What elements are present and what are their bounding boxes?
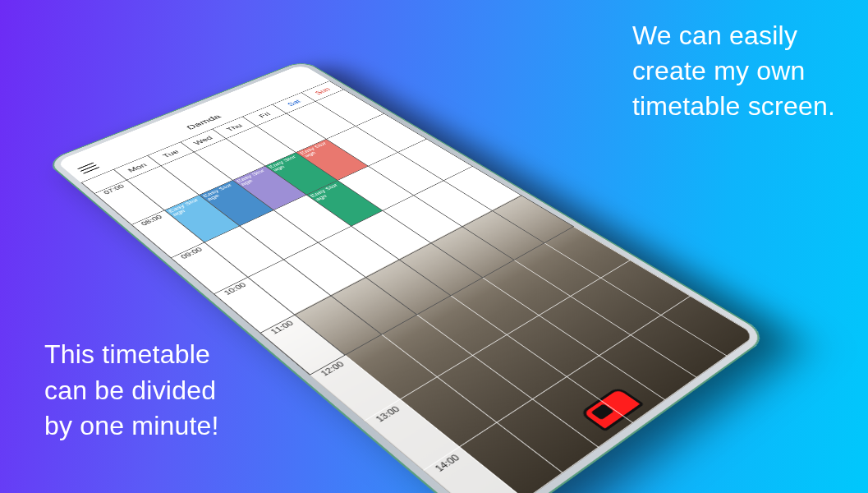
- phone-mockup: Damda Mon Tue Wed Thu: [135, 0, 776, 493]
- timetable[interactable]: Mon Tue Wed Thu Fri Sat Sun 07:0008:00Ea…: [80, 81, 756, 493]
- phone-screen: Damda Mon Tue Wed Thu: [56, 64, 756, 493]
- promo-canvas: We can easilycreate my owntimetable scre…: [0, 0, 868, 493]
- timetable-grid[interactable]: Mon Tue Wed Thu Fri Sat Sun 07:0008:00Ea…: [80, 81, 756, 493]
